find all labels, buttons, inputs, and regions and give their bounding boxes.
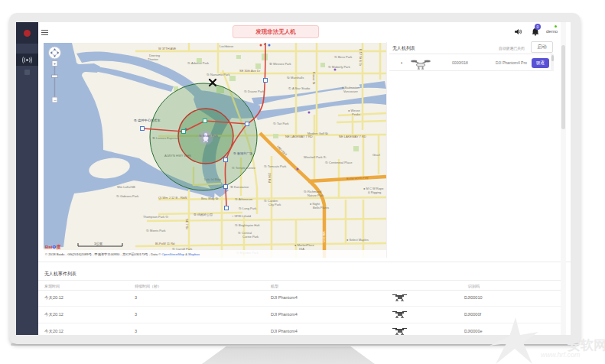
svg-text:WA-99 N: WA-99 N <box>322 232 325 243</box>
svg-text:Gnarl: Gnarl <box>372 153 380 157</box>
svg-text:Vancouver: Vancouver <box>343 89 358 93</box>
svg-text:Ⓑ 桃树岭公园: Ⓑ 桃树岭公园 <box>194 213 213 216</box>
svg-text:Lochbiese: Lochbiese <box>220 44 234 48</box>
svg-text:Ⓑ Wessex Park: Ⓑ Wessex Park <box>269 62 291 66</box>
svg-text:City Park: City Park <box>268 203 281 206</box>
svg-text:Ⓐ Atheneum: Ⓐ Atheneum <box>235 197 253 201</box>
svg-text:Ⓐ Tait Park: Ⓐ Tait Park <box>273 122 289 125</box>
svg-text:Ⓐ Bess Park: Ⓐ Bess Park <box>334 55 352 59</box>
svg-text:+: + <box>54 61 57 66</box>
svg-text:Ⓐ Arbutus Park: Ⓐ Arbutus Park <box>187 61 209 65</box>
svg-text:Ⓐ Gideons Park: Ⓐ Gideons Park <box>116 194 138 198</box>
svg-text:SE 7 St: SE 7 St <box>185 219 189 229</box>
svg-text:Ⓐ Morris Park: Ⓐ Morris Park <box>146 229 166 232</box>
svg-text:Ⓐ Brightspire Holt: Ⓐ Brightspire Holt <box>235 223 260 227</box>
svg-text:E 57 St & Gr: E 57 St & Gr <box>359 49 363 67</box>
svg-text:Ⓐ Duane Park: Ⓐ Duane Park <box>244 89 264 93</box>
svg-text:298 Rd: 298 Rd <box>268 173 272 183</box>
svg-text:Fraser St: Fraser St <box>312 72 316 85</box>
svg-text:○ 5FW-Lithold: ○ 5FW-Lithold <box>232 214 251 218</box>
svg-text:Ⓝ Marshalls: Ⓝ Marshalls <box>287 76 304 80</box>
svg-text:W 37TH AVE: W 37TH AVE <box>158 47 177 50</box>
svg-text:NE LAKEWAY 7 RD: NE LAKEWAY 7 RD <box>285 135 313 138</box>
svg-text:Bells Plants: Bells Plants <box>313 206 329 210</box>
svg-text:Curine Park: Curine Park <box>242 235 259 239</box>
svg-text:Peaks: Peaks <box>352 112 360 116</box>
svg-text:● Select Maples: ● Select Maples <box>346 238 369 242</box>
svg-text:Ⓐ Long Park: Ⓐ Long Park <box>239 206 256 210</box>
svg-text:www.hrf.com: www.hrf.com <box>541 351 581 359</box>
svg-text:& Rigging: & Rigging <box>368 190 381 194</box>
svg-text:Ⓑ Konstanne: Ⓑ Konstanne <box>230 185 249 189</box>
svg-text:Ⓐ Water Park: Ⓐ Water Park <box>199 134 218 138</box>
svg-text:NE LAKEWAY 7 RD: NE LAKEWAY 7 RD <box>339 135 366 138</box>
svg-text:Bai⊙度: Bai⊙度 <box>45 244 60 250</box>
svg-text:Nature Park: Nature Park <box>307 193 324 197</box>
svg-text:BI-PoW 11 Rd: BI-PoW 11 Rd <box>155 242 174 245</box>
svg-text:SE 30th Ave Dr: SE 30th Ave Dr <box>239 69 261 73</box>
svg-text:Ⓐ Nanaimo Park: Ⓐ Nanaimo Park <box>207 73 229 76</box>
svg-text:Ⓐ Centennial Place: Ⓐ Centennial Place <box>325 161 353 164</box>
svg-text:Thorton: Thorton <box>148 57 158 61</box>
svg-text:Winchell Park Ⓐ: Winchell Park Ⓐ <box>304 155 327 159</box>
svg-text:Ⓐ Tomcats Park: Ⓐ Tomcats Park <box>264 164 286 168</box>
svg-text:● MarketPlace: ● MarketPlace <box>294 243 315 247</box>
svg-text:1公里: 1公里 <box>94 242 103 245</box>
svg-text:Ⓐ Moberly Park: Ⓐ Moberly Park <box>328 65 350 69</box>
svg-text:Bea. Bldg Ⓜ: Bea. Bldg Ⓜ <box>201 197 218 200</box>
svg-text:Wm Lofts/GB: Wm Lofts/GB <box>117 185 135 189</box>
svg-text:Ⓒ A Star Studio: Ⓒ A Star Studio <box>288 86 311 90</box>
svg-text:QI-Wm J 12 B - RbW: QI-Wm J 12 B - RbW <box>158 196 187 200</box>
svg-text:© 2018 Baidu - GS(2016)2089号 -: © 2018 Baidu - GS(2016)2089号 - 甲测资字11009… <box>45 252 200 256</box>
svg-text:Thompson Park Ⓐ: Thompson Park Ⓐ <box>143 215 168 219</box>
